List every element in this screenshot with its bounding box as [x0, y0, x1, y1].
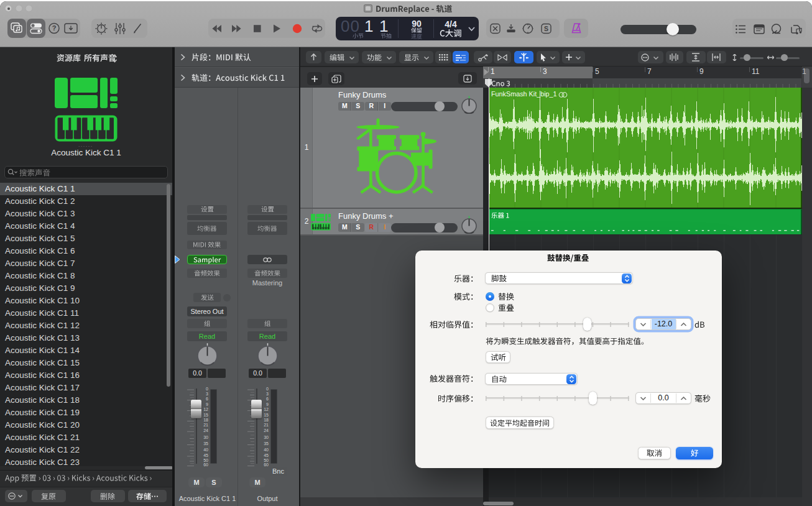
svg-text:S: S — [544, 25, 548, 32]
svg-text:?: ? — [52, 24, 57, 32]
